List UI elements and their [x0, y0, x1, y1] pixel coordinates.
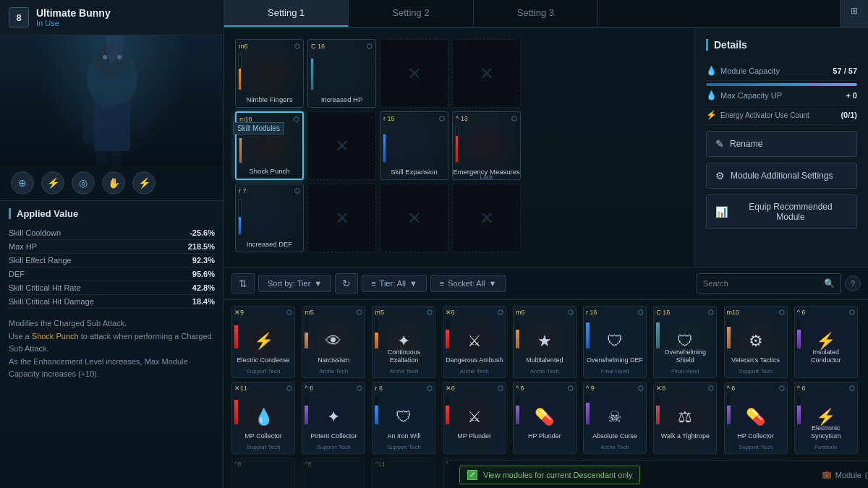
list-mod-bar-fill — [305, 406, 308, 424]
list-item[interactable]: ^ 6 ⬡ 💊 HP Collector Support Tech — [724, 382, 788, 454]
list-mod-type: Final Hand — [654, 368, 716, 374]
mod-socket: ⬡ — [294, 187, 300, 194]
list-item[interactable]: r 16 ⬡ 🛡 Overwhelming DEF Final Hand — [583, 306, 647, 378]
descendant-filter-checkbox-area[interactable]: ✓ View modules for current Descendant on… — [459, 466, 640, 484]
search-input[interactable] — [703, 279, 820, 288]
module-row-2: ✕11 ⬡ 💧 MP Collector Support Tech ^ 6 ⬡ … — [231, 382, 861, 454]
module-count: 💼 Module (415 / 1,500) — [822, 470, 868, 479]
list-item[interactable]: ^8 ◆ — [302, 458, 365, 488]
stat-rows: Skill Cooldown-25.6%Max HP218.5%Skill Ef… — [9, 226, 215, 309]
char-name: Ultimate Bunny — [36, 7, 215, 19]
list-mod-icon: 💧 — [254, 408, 273, 427]
help-button[interactable]: ? — [845, 275, 861, 291]
list-item[interactable]: ^ 6 ⬡ ✦ Potent Collector Support Tech — [302, 382, 365, 454]
skill-icon-0[interactable]: ⊕ — [11, 171, 34, 194]
tab-setting2[interactable]: Setting 2 — [349, 0, 473, 27]
mod-socket: ⬡ — [294, 43, 300, 50]
mod-tier: m6 — [239, 43, 248, 50]
list-item[interactable]: r 6 ⬡ 🛡 An Iron Will Support Tech — [372, 382, 435, 454]
list-mod-name: Dangerous Ambush — [443, 356, 506, 364]
svg-rect-4 — [96, 151, 107, 166]
module-additional-settings-button[interactable]: ⚙ Module Additional Settings — [706, 163, 857, 189]
list-mod-name: HP Plunder — [514, 432, 576, 440]
list-mod-name: Insulated Conductor — [795, 348, 857, 364]
stat-row: Skill Effect Range92.3% — [9, 254, 215, 267]
list-mod-socket: ⬡ — [708, 385, 714, 392]
sort-tier-button[interactable]: Sort by: Tier ▼ — [258, 275, 331, 292]
list-item[interactable]: ^11 ◆ — [372, 458, 435, 488]
list-item[interactable]: ^ 6 ⬡ ⚡ Electronic Syncytium Fortitude — [794, 382, 858, 454]
list-mod-name: Electronic Syncytium — [795, 424, 857, 440]
max-capacity-label: 💧 Max Capacity UP — [706, 90, 782, 100]
equipped-mod-slot[interactable]: ✕ — [380, 39, 448, 108]
stat-value: 18.4% — [192, 297, 215, 306]
search-box[interactable]: 🔍 — [697, 273, 841, 294]
list-item[interactable]: m5 ⬡ ✦ Continuous Exaltation Arche Tech — [372, 306, 435, 378]
list-item[interactable]: m10 ⬡ ⚙ Veteran's Tactics Support Tech — [724, 306, 788, 378]
skill-description: Modifies the Charged Sub Attack. Use a S… — [9, 317, 215, 381]
list-item[interactable]: ✕6 ⬡ ⚖ Walk a Tightrope — [653, 382, 717, 454]
equipped-mod-slot[interactable]: r 15 ⬡ Skill Expansion — [380, 111, 448, 180]
list-mod-bar-fill — [727, 406, 731, 424]
list-mod-name: Continuous Exaltation — [373, 348, 435, 364]
list-mod-name: Potent Collector — [302, 432, 365, 440]
mod-socket: ⬡ — [294, 116, 299, 123]
list-mod-bar — [727, 320, 731, 348]
rename-button[interactable]: ✎ Rename — [706, 131, 857, 157]
skill-icon-1[interactable]: ⚡ — [41, 171, 64, 194]
empty-slot-icon: ✕ — [480, 208, 494, 228]
list-item[interactable]: ^ 9 ⬡ ☠ Absolute Curse Arche Tech — [583, 382, 647, 454]
list-item[interactable]: ^ 6 ⬡ ⚡ Insulated Conductor — [794, 306, 858, 378]
list-item[interactable]: m5 ⬡ 👁 Narcissism Arche Tech — [302, 306, 365, 378]
stat-name: Skill Critical Hit Rate — [9, 283, 81, 292]
descendant-filter-checkbox[interactable]: ✓ — [467, 470, 477, 480]
equipped-grid: m6 ⬡ Nimble Fingers C 16 ⬡ Increased HP … — [231, 35, 687, 256]
sort-order-button[interactable]: ⇅ — [231, 273, 255, 294]
list-mod-bar — [516, 320, 519, 348]
list-mod-bar — [586, 320, 590, 348]
list-mod-tier: m5 — [305, 309, 314, 316]
stat-value: -25.6% — [190, 228, 215, 237]
tab-setting3[interactable]: Setting 3 — [474, 0, 598, 27]
stat-row: Skill Critical Hit Rate42.8% — [9, 281, 215, 295]
equipped-mod-slot[interactable]: m6 ⬡ Nimble Fingers — [235, 39, 304, 108]
refresh-button[interactable]: ↻ — [335, 273, 358, 294]
stat-value: 95.6% — [192, 270, 215, 278]
list-item[interactable]: ✕6 ⬡ ⚔ MP Plunder — [443, 382, 506, 454]
mod-name: Nimble Fingers — [236, 95, 303, 103]
tab-grid-button[interactable]: ⊞ — [840, 0, 868, 27]
socket-filter-button[interactable]: ≡ Socket: All ▼ — [430, 275, 506, 292]
list-mod-bar — [727, 395, 731, 424]
module-capacity-label: 💧 Module Capacity — [706, 66, 780, 76]
equipped-mod-slot[interactable]: ✕ — [452, 39, 521, 108]
empty-slot-icon: ✕ — [407, 208, 422, 228]
list-item[interactable]: ^ 6 ⬡ 💊 HP Plunder — [513, 382, 576, 454]
equipped-mod-slot[interactable]: C 16 ⬡ Increased HP — [307, 39, 376, 108]
filter-bar: ⇅ Sort by: Tier ▼ ↻ ≡ Tier: All ▼ ≡ Sock… — [224, 267, 868, 300]
list-mod-socket: ⬡ — [568, 309, 574, 316]
list-mod-bar — [656, 320, 660, 348]
list-mod-socket: ⬡ — [568, 385, 574, 392]
list-item[interactable]: ✕9 ⬡ ⚡ Electric Condense Support Tech — [231, 306, 295, 378]
equipped-mod-slot[interactable]: ✕ — [307, 184, 376, 252]
equip-recommended-button[interactable]: 📊 Equip Recommended Module — [706, 194, 857, 229]
skill-icon-3[interactable]: ✋ — [102, 171, 125, 194]
equipped-mod-slot[interactable]: r 7 ⬡ Increased DEF — [235, 184, 304, 252]
list-item[interactable]: m6 ⬡ ★ Multitalented Arche Tech — [513, 306, 576, 378]
tier-filter-button[interactable]: ≡ Tier: All ▼ — [362, 275, 427, 292]
equipped-mod-slot[interactable]: ✕ — [380, 184, 448, 252]
equipped-mod-slot[interactable]: ✕ — [307, 111, 376, 180]
tab-setting1[interactable]: Setting 1 — [224, 0, 349, 27]
empty-slot-icon: ✕ — [407, 64, 422, 84]
mod-energy-bar — [238, 199, 242, 235]
list-item[interactable]: C 16 ⬡ 🛡 Overwhelming Shield Final Hand — [653, 306, 717, 378]
skill-icon-2[interactable]: ◎ — [72, 171, 95, 194]
equipped-mod-slot[interactable]: ✕ — [452, 184, 521, 252]
list-item[interactable]: ✕11 ⬡ 💧 MP Collector Support Tech — [231, 382, 295, 454]
equipped-mod-slot[interactable]: ^ 13 ⬡ Emergency Measures Luck — [452, 111, 521, 180]
list-item[interactable]: ✕6 ⬡ ⚔ Dangerous Ambush Arche Tech — [443, 306, 506, 378]
skill-icon-4[interactable]: ⚡ — [132, 171, 156, 194]
list-mod-icon: ⚡ — [816, 408, 835, 427]
list-item[interactable]: ^8 ◆ — [231, 458, 295, 488]
list-mod-socket: ⬡ — [779, 385, 785, 392]
